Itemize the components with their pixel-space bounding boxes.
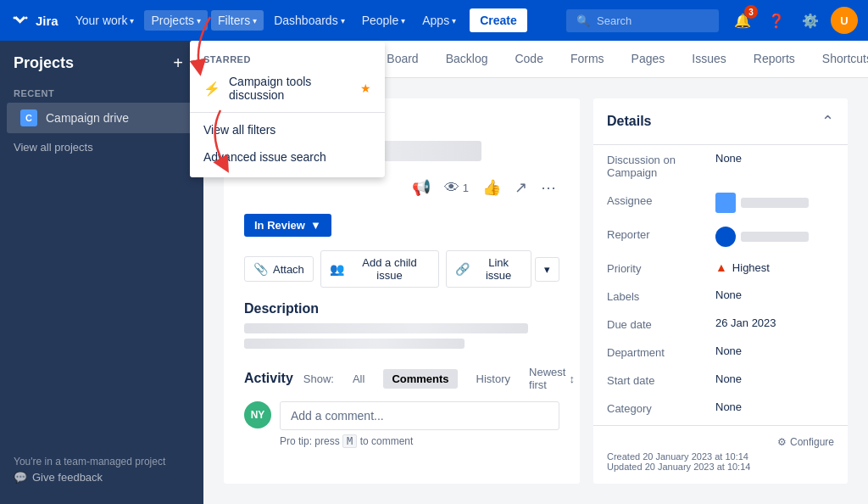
- watch-button[interactable]: 👁 1: [441, 176, 472, 200]
- feedback-icon: 💬: [14, 471, 27, 484]
- priority-value: Highest: [732, 261, 770, 274]
- history-filter-button[interactable]: History: [468, 369, 519, 389]
- tab-reports[interactable]: Reports: [740, 41, 809, 78]
- sidebar-item-campaign-drive[interactable]: C Campaign drive: [7, 103, 197, 133]
- reporter-name: [741, 232, 809, 242]
- details-collapse-button[interactable]: ⌃: [821, 112, 834, 131]
- advanced-issue-search-item[interactable]: Advanced issue search: [190, 143, 385, 171]
- details-footer: ⚙ Configure Created 20 January 2023 at 1…: [593, 425, 848, 482]
- dropdown-divider: [190, 112, 385, 113]
- sidebar-item-label: Campaign drive: [46, 111, 129, 125]
- share-button[interactable]: ↗: [511, 175, 531, 200]
- projects-nav[interactable]: Projects ▾: [144, 10, 208, 31]
- status-chevron: ▼: [310, 219, 321, 232]
- sidebar-header: Projects +: [0, 51, 203, 85]
- detail-row-due-date[interactable]: Due date 26 Jan 2023: [593, 310, 848, 338]
- status-badge[interactable]: In Review ▼: [244, 214, 331, 237]
- commenter-avatar: NY: [244, 401, 271, 428]
- search-bar[interactable]: 🔍 Search: [566, 9, 719, 32]
- create-button[interactable]: Create: [470, 8, 527, 32]
- jira-logo[interactable]: Jira: [10, 10, 58, 31]
- show-label: Show:: [303, 372, 334, 385]
- child-issue-icon: 👥: [330, 262, 344, 276]
- details-title: Details: [607, 114, 651, 129]
- more-button[interactable]: ⋯: [537, 175, 559, 200]
- detail-row-labels[interactable]: Labels None: [593, 282, 848, 310]
- filter-icon: ⚡: [203, 81, 220, 97]
- filters-nav[interactable]: Filters ▾: [211, 10, 264, 31]
- campaign-tools-filter-item[interactable]: ⚡ Campaign tools discussion ★: [190, 68, 385, 109]
- campaign-tools-label: Campaign tools discussion: [229, 75, 352, 102]
- priority-icon: ▲: [715, 260, 727, 274]
- thumbsup-button[interactable]: 👍: [479, 175, 504, 200]
- recent-label: RECENT: [0, 85, 203, 102]
- tab-shortcuts[interactable]: Shortcuts ▾: [809, 41, 868, 78]
- apps-nav[interactable]: Apps ▾: [415, 10, 463, 31]
- detail-row-assignee[interactable]: Assignee: [593, 186, 848, 220]
- people-nav[interactable]: People ▾: [355, 10, 413, 31]
- description-label: Description: [244, 301, 559, 316]
- dashboards-chevron: ▾: [341, 16, 345, 25]
- configure-button[interactable]: ⚙ Configure: [777, 436, 834, 448]
- star-icon: ★: [360, 81, 371, 95]
- detail-row-discussion: Discussion on Campaign None: [593, 145, 848, 186]
- tab-issues[interactable]: Issues: [678, 41, 739, 78]
- notifications-button[interactable]: 🔔 3: [729, 7, 756, 34]
- team-managed-text: You're in a team-managed project: [14, 456, 190, 468]
- comment-input[interactable]: Add a comment...: [280, 401, 559, 430]
- activity-label: Activity: [244, 371, 293, 386]
- pro-tip: Pro tip: press M to comment: [280, 435, 559, 447]
- view-all-projects-link[interactable]: View all projects: [0, 134, 203, 160]
- attach-button[interactable]: 📎 Attach: [244, 256, 314, 282]
- settings-button[interactable]: ⚙️: [797, 7, 824, 34]
- main-layout: Projects + RECENT C Campaign drive View …: [0, 41, 868, 504]
- notification-badge: 3: [744, 5, 758, 19]
- your-work-nav[interactable]: Your work ▾: [69, 10, 142, 31]
- sidebar: Projects + RECENT C Campaign drive View …: [0, 41, 203, 504]
- activity-section: Activity Show: All Comments History Newe…: [244, 366, 559, 391]
- nav-icons: 🔔 3 ❓ ⚙️ U: [729, 7, 858, 34]
- filters-dropdown: STARRED ⚡ Campaign tools discussion ★ Vi…: [190, 41, 385, 177]
- dashboards-nav[interactable]: Dashboards ▾: [267, 10, 352, 31]
- assignee-avatar: [715, 193, 736, 213]
- user-avatar[interactable]: U: [831, 7, 858, 34]
- more-actions-button[interactable]: ▾: [535, 257, 559, 282]
- megaphone-button[interactable]: 📢: [409, 175, 434, 200]
- projects-chevron: ▾: [197, 16, 201, 25]
- description-content: [244, 323, 559, 349]
- detail-row-department[interactable]: Department None: [593, 338, 848, 366]
- view-all-filters-item[interactable]: View all filters: [190, 116, 385, 143]
- all-filter-button[interactable]: All: [344, 369, 373, 389]
- tab-code[interactable]: Code: [501, 41, 556, 78]
- detail-row-reporter[interactable]: Reporter: [593, 220, 848, 254]
- tab-forms[interactable]: Forms: [557, 41, 618, 78]
- add-project-button[interactable]: +: [166, 51, 190, 75]
- feedback-link[interactable]: 💬 Give feedback: [14, 468, 190, 487]
- detail-row-priority[interactable]: Priority ▲ Highest: [593, 254, 848, 282]
- detail-row-category[interactable]: Category None: [593, 394, 848, 422]
- newest-first-sort[interactable]: Newest first ↕: [529, 366, 575, 391]
- created-text: Created 20 January 2023 at 10:14: [607, 448, 834, 462]
- svg-point-1: [25, 17, 28, 20]
- logo-text: Jira: [36, 14, 58, 28]
- campaign-drive-icon: C: [20, 109, 37, 126]
- sidebar-title: Projects: [14, 54, 74, 72]
- status-actions-row: In Review ▼: [244, 214, 559, 237]
- tab-backlog[interactable]: Backlog: [432, 41, 502, 78]
- sidebar-bottom: You're in a team-managed project 💬 Give …: [0, 449, 203, 494]
- link-icon: 🔗: [455, 262, 470, 276]
- comments-filter-button[interactable]: Comments: [383, 369, 457, 389]
- paperclip-icon: 📎: [253, 262, 268, 276]
- apps-chevron: ▾: [452, 16, 456, 25]
- tab-pages[interactable]: Pages: [618, 41, 679, 78]
- detail-row-start-date[interactable]: Start date None: [593, 366, 848, 394]
- comment-row: NY Add a comment...: [244, 401, 559, 430]
- help-button[interactable]: ❓: [763, 7, 790, 34]
- view-all-filters-label: View all filters: [203, 123, 275, 137]
- add-child-issue-button[interactable]: 👥 Add a child issue: [320, 250, 439, 288]
- reporter-avatar: [715, 227, 736, 247]
- people-chevron: ▾: [401, 16, 405, 25]
- link-issue-button[interactable]: 🔗 Link issue: [446, 250, 531, 288]
- your-work-chevron: ▾: [130, 16, 134, 25]
- details-header: Details ⌃: [593, 98, 848, 145]
